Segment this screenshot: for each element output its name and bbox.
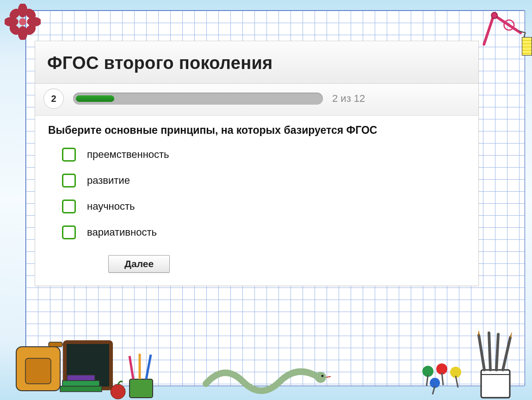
checkbox-icon[interactable] (62, 200, 76, 213)
question-text: Выберите основные принципы, на которых б… (48, 124, 465, 137)
svg-line-31 (442, 373, 443, 385)
svg-rect-18 (62, 381, 99, 386)
school-supplies-icon (14, 331, 162, 400)
option-label: научность (87, 200, 135, 212)
svg-line-33 (456, 376, 458, 388)
svg-rect-21 (130, 379, 153, 398)
checkbox-icon[interactable] (62, 148, 76, 162)
snake-icon (201, 361, 331, 398)
progress-row: 2 2 из 12 (35, 84, 478, 116)
question-area: Выберите основные принципы, на которых б… (35, 116, 478, 286)
checkbox-icon[interactable] (62, 225, 76, 239)
svg-rect-15 (25, 358, 51, 384)
svg-line-39 (489, 333, 490, 370)
options-list: преемственность развитие научность вариа… (62, 148, 465, 239)
flower-icon (5, 4, 41, 40)
svg-point-25 (315, 372, 326, 383)
svg-rect-17 (60, 386, 102, 392)
svg-line-40 (496, 334, 498, 370)
checkbox-icon[interactable] (62, 174, 76, 188)
ruler-icon (522, 37, 532, 56)
panel-title-bar: ФГОС второго поколения (35, 41, 478, 84)
option-item[interactable]: научность (62, 200, 465, 213)
svg-point-20 (111, 384, 125, 399)
svg-marker-43 (509, 331, 512, 338)
progress-bar (73, 93, 323, 105)
quiz-title: ФГОС второго поколения (47, 53, 466, 73)
svg-rect-14 (49, 342, 62, 347)
option-item[interactable]: преемственность (62, 148, 465, 162)
svg-point-11 (491, 12, 497, 19)
svg-line-9 (484, 15, 494, 44)
option-label: преемственность (87, 149, 169, 161)
option-label: развитие (87, 175, 130, 187)
svg-line-22 (130, 356, 133, 379)
svg-line-24 (146, 355, 151, 379)
next-button[interactable]: Далее (108, 255, 170, 273)
progress-label: 2 из 12 (332, 93, 365, 105)
quiz-panel: ФГОС второго поколения 2 2 из 12 Выберит… (35, 41, 479, 286)
pen-holder-icon (470, 331, 520, 400)
svg-point-8 (19, 18, 26, 25)
compass-icon (482, 12, 528, 44)
option-item[interactable]: вариативность (62, 225, 465, 239)
option-item[interactable]: развитие (62, 174, 465, 188)
option-label: вариативность (87, 226, 157, 238)
svg-marker-42 (478, 331, 480, 335)
progress-bar-fill (76, 95, 114, 102)
push-pins-icon (416, 362, 467, 394)
svg-line-38 (479, 335, 484, 370)
svg-line-41 (503, 338, 510, 370)
svg-rect-19 (67, 375, 95, 381)
svg-line-27 (326, 376, 331, 377)
question-number-badge: 2 (43, 88, 64, 109)
svg-point-26 (322, 375, 324, 377)
